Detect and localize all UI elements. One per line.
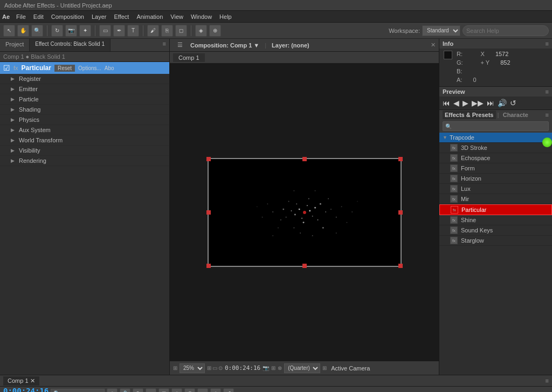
menu-help[interactable]: Help [216, 12, 235, 21]
mask-icon[interactable]: ⊙ [218, 365, 223, 371]
tl-render-btn[interactable]: ⚙ [184, 388, 195, 392]
tl-search-input[interactable] [51, 389, 105, 392]
grid-icon[interactable]: ⊞ [271, 365, 275, 371]
effects-menu[interactable]: ≡ [546, 112, 549, 118]
tool-hand[interactable]: ✋ [17, 25, 29, 37]
eff-item-form[interactable]: fx Form [439, 163, 552, 174]
channel-icon[interactable]: ⊞ [322, 365, 327, 371]
comp-dropdown[interactable]: ☰ [173, 40, 187, 50]
tool-roto[interactable]: ◈ [195, 25, 207, 37]
comp-tab-bar: Comp 1 [170, 52, 439, 64]
info-xy: X 1572 + Y 852 [481, 51, 510, 67]
effect-item-emitter[interactable]: ▶ Emitter [0, 84, 169, 94]
effect-item-visibility[interactable]: ▶ Visibility [0, 146, 169, 156]
eff-item-lux[interactable]: fx Lux [439, 184, 552, 194]
effect-item-particle[interactable]: ▶ Particle [0, 94, 169, 105]
camera-icon[interactable]: 📷 [263, 365, 269, 371]
tool-text[interactable]: T [127, 25, 139, 37]
eff-item-mir[interactable]: fx Mir [439, 194, 552, 204]
tl-shy-btn[interactable]: ≈ [146, 388, 156, 392]
tl-menu-btn[interactable]: ≡ [546, 377, 549, 384]
tl-hide-btn[interactable]: 👁 [133, 388, 143, 392]
eff-item-particular[interactable]: fx Particular [439, 204, 552, 215]
comp-close-btn[interactable]: ✕ [431, 42, 436, 49]
prev-last-btn[interactable]: ⏭ [487, 99, 494, 107]
quality-select[interactable]: (Quarter) [284, 363, 320, 373]
tool-pen[interactable]: ✒ [113, 25, 125, 37]
prev-fwd-btn[interactable]: ▶▶ [472, 99, 484, 107]
comp-tab-1[interactable]: Comp 1 [173, 53, 205, 62]
tl-lock-btn[interactable]: 🔒 [120, 388, 130, 392]
eff-item-starglow[interactable]: fx Starglow [439, 236, 552, 246]
options-label[interactable]: Options... [78, 65, 101, 71]
eff-item-sound-keys[interactable]: fx Sound Keys [439, 225, 552, 236]
reset-button[interactable]: Reset [54, 65, 75, 72]
menu-composition[interactable]: Composition [48, 12, 87, 21]
toggle-icon[interactable]: ⊗ [278, 365, 282, 371]
comp-footer-icon[interactable]: ⊞ [173, 365, 177, 371]
effects-header: Effects & Presets | Characte ≡ [439, 110, 552, 120]
tool-mask[interactable]: ▭ [99, 25, 111, 37]
effect-item-register[interactable]: ▶ Register [0, 74, 169, 84]
tl-tab-comp1[interactable]: Comp 1 ✕ [3, 376, 39, 386]
tool-rotate[interactable]: ↻ [51, 25, 63, 37]
tool-puppet[interactable]: ⊕ [209, 25, 221, 37]
eff-item-3dstroke[interactable]: fx 3D Stroke [439, 143, 552, 153]
tool-zoom[interactable]: 🔍 [31, 25, 43, 37]
search-input[interactable] [463, 25, 549, 36]
tool-camera[interactable]: 📷 [65, 25, 77, 37]
fx-checkbox[interactable]: ☑ [3, 64, 10, 72]
comp-footer: ⊞ 25% ⊞ ▭ ⊙ 0:00:24:16 📷 ⊞ ⊗ (Quarter) ⊞… [170, 361, 439, 375]
prev-first-btn[interactable]: ⏮ [443, 99, 450, 107]
prev-back-btn[interactable]: ◀ [453, 99, 459, 107]
tl-motion-blur-btn[interactable]: ≋ [197, 388, 208, 392]
prev-play-btn[interactable]: ▶ [463, 99, 468, 107]
eff-item-horizon[interactable]: fx Horizon [439, 174, 552, 184]
effect-item-aux-system[interactable]: ▶ Aux System [0, 125, 169, 135]
snap-icon[interactable]: ⊞ [207, 365, 211, 371]
category-trapcode-header[interactable]: ▼ Trapcode [439, 133, 552, 143]
tool-eraser[interactable]: ◻ [175, 25, 187, 37]
effects-search-input[interactable] [443, 121, 549, 131]
zoom-select[interactable]: 25% [180, 363, 205, 373]
effect-item-shading[interactable]: ▶ Shading [0, 105, 169, 115]
main-layout: Project Effect Controls: Black Solid 1 ≡… [0, 39, 552, 375]
tl-live-btn[interactable]: ↺ [223, 388, 234, 392]
tl-frame-btn[interactable]: ⊞ [158, 388, 169, 392]
effect-item-rendering[interactable]: ▶ Rendering [0, 156, 169, 166]
tool-select[interactable]: ↖ [3, 25, 15, 37]
tool-clone[interactable]: ⎘ [161, 25, 173, 37]
svg-point-26 [272, 211, 273, 212]
tab-effect-controls[interactable]: Effect Controls: Black Solid 1 [30, 39, 111, 51]
menu-window[interactable]: Window [188, 12, 215, 21]
workspace-select[interactable]: Standard [422, 25, 460, 36]
region-icon[interactable]: ▭ [212, 365, 217, 371]
effect-item-world-transform[interactable]: ▶ World Transform [0, 135, 169, 146]
info-x-row: X 1572 [481, 51, 510, 57]
menu-edit[interactable]: Edit [30, 12, 47, 21]
menu-animation[interactable]: Animation [133, 12, 166, 21]
tl-collapse-btn[interactable]: ⊕ [171, 388, 182, 392]
menu-effect[interactable]: Effect [111, 12, 132, 21]
eff-tab-character[interactable]: Characte [501, 111, 530, 119]
menu-file[interactable]: File [13, 12, 29, 21]
menu-layer[interactable]: Layer [88, 12, 110, 21]
eff-item-shine[interactable]: fx Shine [439, 215, 552, 225]
eff-tab-effects[interactable]: Effects & Presets [443, 111, 496, 119]
panel-menu-btn[interactable]: ≡ [160, 39, 169, 51]
preview-menu[interactable]: ≡ [546, 88, 549, 95]
info-menu[interactable]: ≡ [546, 40, 549, 47]
tl-draft-btn[interactable]: ⊗ [210, 388, 221, 392]
tab-project[interactable]: Project [0, 39, 30, 51]
about-label[interactable]: Abo [105, 65, 114, 71]
menu-view[interactable]: View [167, 12, 187, 21]
eff-item-echospace[interactable]: fx Echospace [439, 153, 552, 163]
effect-item-physics[interactable]: ▶ Physics [0, 115, 169, 125]
tool-brush[interactable]: 🖌 [147, 25, 159, 37]
tl-solo-btn[interactable]: ⊙ [107, 388, 118, 392]
prev-audio-btn[interactable]: 🔊 [498, 99, 507, 107]
prev-loop-btn[interactable]: ↺ [510, 99, 516, 107]
fx-icon: fx [13, 65, 18, 71]
svg-point-4 [301, 217, 302, 218]
tool-pan[interactable]: ✦ [79, 25, 91, 37]
